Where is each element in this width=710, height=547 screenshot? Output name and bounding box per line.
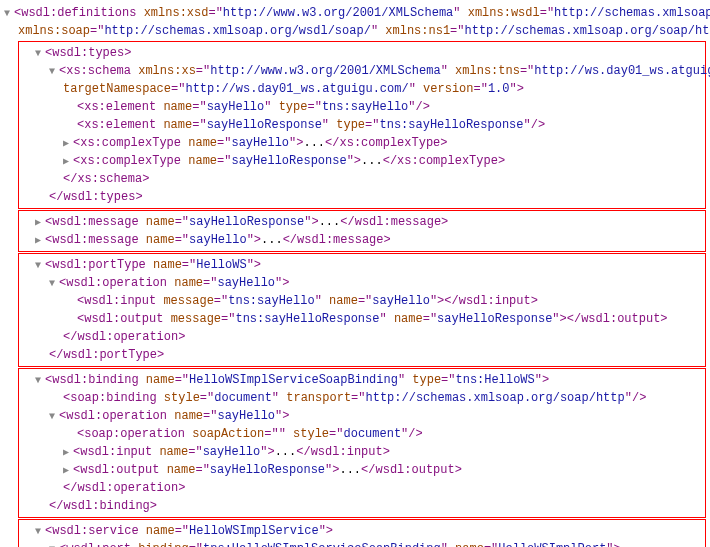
service-section: ▼<wsdl:service name="HelloWSImplService"… [18,519,706,547]
collapse-icon[interactable]: ▶ [63,136,73,151]
expand-icon[interactable]: ▼ [49,276,59,291]
porttype-section: ▼<wsdl:portType name="HelloWS"> ▼<wsdl:o… [18,253,706,367]
expand-icon[interactable]: ▼ [49,64,59,79]
collapse-icon[interactable]: ▶ [35,215,45,230]
wsdl-output: <wsdl:output message="tns:sayHelloRespon… [21,310,703,328]
message-sayhello: ▶<wsdl:message name="sayHello">...</wsdl… [21,231,703,249]
complextype-sayhello: ▶<xs:complexType name="sayHello">...</xs… [21,134,703,152]
expand-icon[interactable]: ▼ [35,524,45,539]
messages-section: ▶<wsdl:message name="sayHelloResponse">.… [18,210,706,252]
expand-icon[interactable]: ▼ [4,6,14,21]
collapse-icon[interactable]: ▶ [35,233,45,248]
expand-icon[interactable]: ▼ [35,258,45,273]
service-open: ▼<wsdl:service name="HelloWSImplService"… [21,522,703,540]
operation-open: ▼<wsdl:operation name="sayHello"> [21,274,703,292]
binding-open: ▼<wsdl:binding name="HelloWSImplServiceS… [21,371,703,389]
schema-open: ▼<xs:schema xmlns:xs="http://www.w3.org/… [21,62,703,80]
soap-binding: <soap:binding style="document" transport… [21,389,703,407]
input2: ▶<wsdl:input name="sayHello">...</wsdl:i… [21,443,703,461]
element-sayhelloresponse: <xs:element name="sayHelloResponse" type… [21,116,703,134]
port-open: ▼<wsdl:port binding="tns:HelloWSImplServ… [21,540,703,547]
message-sayhelloresponse: ▶<wsdl:message name="sayHelloResponse">.… [21,213,703,231]
binding-section: ▼<wsdl:binding name="HelloWSImplServiceS… [18,368,706,518]
xml-tree: ▼<wsdl:definitions xmlns:xsd="http://www… [4,4,706,547]
porttype-close: </wsdl:portType> [21,346,703,364]
schema-close: </xs:schema> [21,170,703,188]
expand-icon[interactable]: ▼ [35,373,45,388]
porttype-open: ▼<wsdl:portType name="HelloWS"> [21,256,703,274]
collapse-icon[interactable]: ▶ [63,445,73,460]
definitions-open: ▼<wsdl:definitions xmlns:xsd="http://www… [4,4,706,22]
operation2-close: </wsdl:operation> [21,479,703,497]
collapse-icon[interactable]: ▶ [63,154,73,169]
complextype-sayhelloresponse: ▶<xs:complexType name="sayHelloResponse"… [21,152,703,170]
element-sayhello: <xs:element name="sayHello" type="tns:sa… [21,98,703,116]
types-section: ▼<wsdl:types> ▼<xs:schema xmlns:xs="http… [18,41,706,209]
expand-icon[interactable]: ▼ [49,409,59,424]
soap-operation: <soap:operation soapAction="" style="doc… [21,425,703,443]
expand-icon[interactable]: ▼ [49,542,59,547]
expand-icon[interactable]: ▼ [35,46,45,61]
definitions-open-cont: xmlns:soap="http://schemas.xmlsoap.org/w… [4,22,706,40]
wsdl-input: <wsdl:input message="tns:sayHello" name=… [21,292,703,310]
output2: ▶<wsdl:output name="sayHelloResponse">..… [21,461,703,479]
operation2-open: ▼<wsdl:operation name="sayHello"> [21,407,703,425]
types-open: ▼<wsdl:types> [21,44,703,62]
schema-open-cont: targetNamespace="http://ws.day01_ws.atgu… [21,80,703,98]
collapse-icon[interactable]: ▶ [63,463,73,478]
types-close: </wsdl:types> [21,188,703,206]
binding-close: </wsdl:binding> [21,497,703,515]
operation-close: </wsdl:operation> [21,328,703,346]
